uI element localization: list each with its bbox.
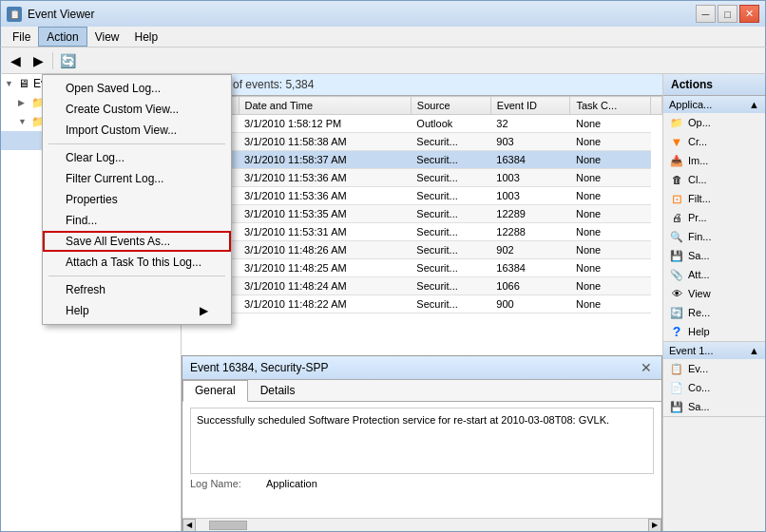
menu-file[interactable]: File [5, 27, 38, 47]
action-copy-label: Co... [688, 382, 710, 393]
cell-source: Securit... [411, 169, 490, 187]
detail-tabs: General Details [182, 380, 661, 402]
table-row[interactable]: i 3/1/2010 11:53:31 AM Securit... 12288 … [182, 223, 662, 241]
menu-help[interactable]: Help [127, 27, 166, 47]
action-dropdown-menu: Open Saved Log... Create Custom View... … [42, 74, 232, 325]
right-panel: Actions Applica... ▲ 📁 Op... ▼ Cr... 📥 I… [662, 74, 765, 531]
action-find[interactable]: 🔍 Fin... [663, 227, 765, 246]
cell-datetime: 3/1/2010 11:48:24 AM [239, 277, 411, 295]
view-icon: 👁 [669, 286, 684, 301]
copy-icon: 📄 [669, 380, 684, 395]
save2-icon: 💾 [669, 399, 684, 414]
title-text: Event Viewer [28, 8, 94, 21]
cell-eventid: 16384 [490, 259, 570, 277]
refresh-button[interactable]: 🔄 [57, 50, 78, 71]
hscroll-left[interactable]: ◀ [182, 519, 196, 532]
detail-title: Event 16384, Security-SPP [190, 361, 328, 374]
cell-task: None [570, 295, 651, 314]
cell-source: Securit... [411, 295, 490, 314]
hscroll[interactable]: ◀ ▶ [182, 518, 661, 531]
menu-action[interactable]: Action [38, 27, 86, 47]
dropdown-refresh[interactable]: Refresh [43, 279, 231, 300]
cell-task: None [570, 223, 651, 241]
action-event-view[interactable]: 📋 Ev... [663, 359, 765, 378]
back-button[interactable]: ◀ [5, 50, 26, 71]
dropdown-find[interactable]: Find... [43, 210, 231, 231]
dropdown-save-all-events[interactable]: Save All Events As... [43, 231, 231, 252]
dropdown-help-label: Help [66, 304, 89, 317]
table-row[interactable]: i 3/1/2010 11:58:37 AM Securit... 16384 … [182, 151, 662, 169]
toolbar: ◀ ▶ 🔄 [0, 48, 766, 74]
menu-bar: File Action View Help [0, 27, 766, 48]
table-row[interactable]: i 3/1/2010 11:48:22 AM Securit... 900 No… [182, 295, 662, 314]
action-view-label: View [688, 288, 711, 299]
action-print[interactable]: 🖨 Pr... [663, 208, 765, 227]
cell-eventid: 902 [490, 241, 570, 259]
events-table: Level Date and Time Source Event ID Task… [182, 96, 662, 314]
dropdown-properties[interactable]: Properties [43, 189, 231, 210]
action-import[interactable]: 📥 Im... [663, 151, 765, 170]
import-icon: 📥 [669, 153, 684, 168]
action-filter-label: Filt... [688, 193, 711, 204]
col-task: Task C... [570, 97, 651, 115]
action-view[interactable]: 👁 View [663, 284, 765, 303]
action-help[interactable]: ? Help [663, 322, 765, 341]
maximize-button[interactable]: □ [718, 5, 737, 23]
dropdown-clear-log[interactable]: Clear Log... [43, 147, 231, 168]
col-datetime: Date and Time [239, 97, 411, 115]
table-row[interactable]: i 3/1/2010 1:58:12 PM Outlook 32 None [182, 115, 662, 133]
close-button[interactable]: ✕ [739, 5, 759, 23]
action-save2[interactable]: 💾 Sa... [663, 397, 765, 416]
action-help-label: Help [688, 326, 710, 337]
actions-section-event: Event 1... ▲ 📋 Ev... 📄 Co... 💾 Sa... [663, 342, 765, 417]
action-attach[interactable]: 📎 Att... [663, 265, 765, 284]
action-clear[interactable]: 🗑 Cl... [663, 170, 765, 189]
forward-button[interactable]: ▶ [28, 50, 48, 71]
cell-eventid: 1066 [490, 277, 570, 295]
cell-eventid: 1003 [490, 169, 570, 187]
action-print-label: Pr... [688, 212, 707, 223]
cell-eventid: 32 [490, 115, 570, 133]
action-save[interactable]: 💾 Sa... [663, 246, 765, 265]
detail-close-button[interactable]: ✕ [639, 360, 654, 375]
table-row[interactable]: i 3/1/2010 11:53:35 AM Securit... 12289 … [182, 205, 662, 223]
action-open[interactable]: 📁 Op... [663, 113, 765, 132]
cell-datetime: 3/1/2010 11:53:36 AM [239, 187, 411, 205]
table-row[interactable]: i 3/1/2010 11:48:25 AM Securit... 16384 … [182, 259, 662, 277]
detail-log-field: Log Name: Application [190, 478, 654, 489]
hscroll-right[interactable]: ▶ [648, 519, 661, 532]
dropdown-import-custom-view[interactable]: Import Custom View... [43, 120, 231, 141]
save-icon: 💾 [669, 248, 684, 263]
table-row[interactable]: i 3/1/2010 11:48:26 AM Securit... 902 No… [182, 241, 662, 259]
table-row[interactable]: i 3/1/2010 11:53:36 AM Securit... 1003 N… [182, 187, 662, 205]
tab-general[interactable]: General [182, 380, 248, 402]
action-copy[interactable]: 📄 Co... [663, 378, 765, 397]
table-row[interactable]: i 3/1/2010 11:48:24 AM Securit... 1066 N… [182, 277, 662, 295]
tab-details[interactable]: Details [248, 380, 308, 401]
dropdown-open-saved-log[interactable]: Open Saved Log... [43, 78, 231, 99]
action-create[interactable]: ▼ Cr... [663, 132, 765, 151]
cell-source: Securit... [411, 277, 490, 295]
hscroll-thumb[interactable] [209, 521, 247, 530]
cell-source: Securit... [411, 223, 490, 241]
tree-icon-root: 🖥 [18, 77, 29, 90]
table-row[interactable]: i 3/1/2010 11:53:36 AM Securit... 1003 N… [182, 169, 662, 187]
toolbar-separator [52, 52, 53, 69]
event-icon: 📋 [669, 361, 684, 376]
detail-content: Successfully scheduled Software Protecti… [182, 402, 661, 521]
dropdown-filter-current-log[interactable]: Filter Current Log... [43, 168, 231, 189]
section-label-event: Event 1... [669, 345, 713, 356]
dropdown-help[interactable]: Help ▶ [43, 300, 231, 321]
section-header-app[interactable]: Applica... ▲ [663, 96, 765, 113]
expand-icon: ▼ [5, 79, 14, 88]
folder-icon: 📁 [669, 115, 684, 130]
dropdown-create-custom-view[interactable]: Create Custom View... [43, 99, 231, 120]
cell-eventid: 1003 [490, 187, 570, 205]
dropdown-attach-task[interactable]: Attach a Task To this Log... [43, 252, 231, 273]
menu-view[interactable]: View [87, 27, 127, 47]
action-filter[interactable]: ⊡ Filt... [663, 189, 765, 208]
table-row[interactable]: i 3/1/2010 11:58:38 AM Securit... 903 No… [182, 133, 662, 151]
minimize-button[interactable]: ─ [696, 5, 716, 23]
action-refresh[interactable]: 🔄 Re... [663, 303, 765, 322]
section-header-event[interactable]: Event 1... ▲ [663, 342, 765, 359]
